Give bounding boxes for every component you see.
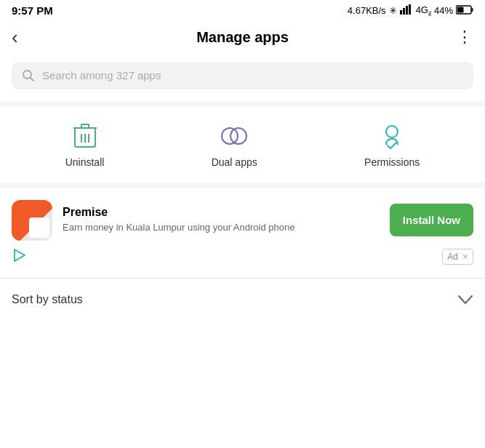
app-info: Premise Earn money in Kuala Lumpur using… <box>63 206 380 234</box>
app-name: Premise <box>63 206 380 219</box>
network-speed: 4.67KB/s <box>348 5 386 16</box>
search-input-placeholder[interactable]: Search among 327 apps <box>42 69 161 81</box>
dual-apps-action[interactable]: Dual apps <box>212 121 257 168</box>
chevron-down-icon <box>457 292 473 308</box>
svg-rect-1 <box>403 8 405 15</box>
svg-line-8 <box>31 77 34 81</box>
permissions-icon <box>377 121 406 151</box>
permissions-svg <box>379 121 405 151</box>
battery-percent: 44% <box>434 5 453 16</box>
page-title: Manage apps <box>196 29 289 46</box>
dual-apps-label: Dual apps <box>212 156 257 168</box>
bluetooth-icon: ✳ <box>389 5 397 16</box>
ad-card: Premise Earn money in Kuala Lumpur using… <box>0 188 485 278</box>
trash-icon <box>72 122 98 150</box>
svg-marker-20 <box>15 249 25 261</box>
actions-row: Uninstall Dual apps Permissions <box>0 107 485 183</box>
ad-label: Ad <box>447 252 458 262</box>
search-container: Search among 327 apps <box>0 57 485 101</box>
ad-badge: Ad × <box>442 249 473 265</box>
permissions-label: Permissions <box>364 156 420 168</box>
status-time: 9:57 PM <box>12 4 53 17</box>
status-bar: 9:57 PM 4.67KB/s ✳ 4Gil 44% <box>0 0 485 20</box>
back-button[interactable]: ‹ <box>12 26 35 49</box>
play-store-icon <box>12 248 26 266</box>
sort-label: Sort by status <box>12 293 83 306</box>
uninstall-action[interactable]: Uninstall <box>65 121 105 168</box>
signal-bars <box>400 4 413 17</box>
svg-rect-3 <box>409 4 411 15</box>
top-nav: ‹ Manage apps ⋮ <box>0 20 485 57</box>
uninstall-label: Uninstall <box>65 156 105 168</box>
play-triangle-icon <box>12 248 26 263</box>
more-options-button[interactable]: ⋮ <box>450 28 473 47</box>
ad-content: Premise Earn money in Kuala Lumpur using… <box>12 200 473 241</box>
uninstall-icon <box>71 121 100 151</box>
ad-footer: Ad × <box>12 248 473 266</box>
expand-icon <box>457 295 473 305</box>
battery-icon <box>456 5 473 17</box>
svg-rect-6 <box>457 7 464 12</box>
svg-rect-2 <box>406 6 408 15</box>
network-type: 4Gil <box>416 4 431 17</box>
install-now-button[interactable]: Install Now <box>390 204 473 236</box>
svg-rect-0 <box>400 10 402 15</box>
search-icon <box>22 69 35 82</box>
ad-close-button[interactable]: × <box>462 251 468 263</box>
app-icon <box>12 200 52 241</box>
app-icon-inner <box>29 217 49 238</box>
sort-row[interactable]: Sort by status <box>0 279 485 321</box>
svg-point-19 <box>386 126 398 137</box>
svg-rect-5 <box>472 8 473 12</box>
dual-apps-svg <box>220 122 249 150</box>
section-divider-1 <box>0 101 485 107</box>
search-bar[interactable]: Search among 327 apps <box>12 62 473 89</box>
status-right: 4.67KB/s ✳ 4Gil 44% <box>348 4 473 17</box>
section-divider-2 <box>0 183 485 188</box>
app-description: Earn money in Kuala Lumpur using your An… <box>63 221 380 234</box>
svg-rect-13 <box>81 124 89 128</box>
permissions-action[interactable]: Permissions <box>364 121 420 168</box>
dual-apps-icon <box>220 121 249 151</box>
